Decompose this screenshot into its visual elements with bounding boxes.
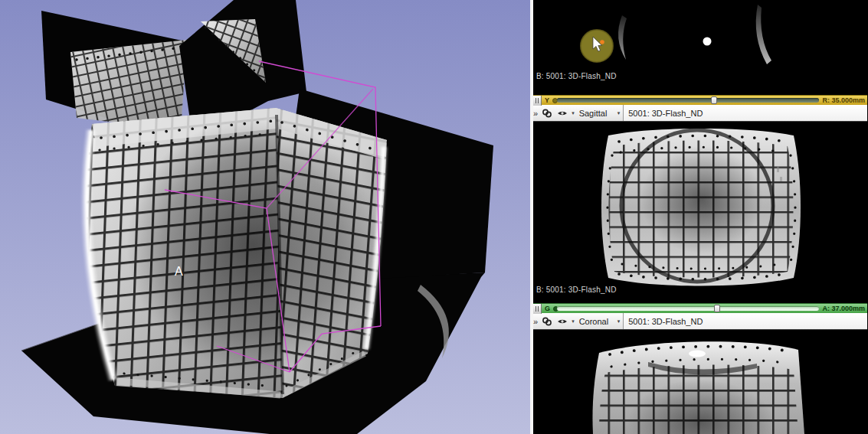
mri-viewer-app: A: [0, 0, 868, 434]
chevron-down-icon[interactable]: ▾: [572, 318, 575, 325]
mouse-cursor-icon: [581, 30, 613, 62]
phantom-coronal: [592, 341, 804, 434]
sagittal-slice-view[interactable]: B: 5001: 3D-Flash_ND: [533, 122, 867, 303]
volume-label-sagittal: B: 5001: 3D-Flash_ND: [536, 286, 617, 294]
slice-panel: B: 5001: 3D-Flash_ND Y R: 35.000mm »: [533, 0, 867, 434]
eye-icon: [557, 318, 568, 325]
sagittal-offset-bar: Y R: 35.000mm: [533, 95, 867, 105]
sagittal-slice-image: [533, 122, 867, 303]
axial-slice-view[interactable]: B: 5001: 3D-Flash_ND: [533, 0, 867, 95]
volume-selector[interactable]: 5001: 3D-Flash_ND: [623, 105, 867, 121]
coronal-slice-image: [533, 330, 867, 434]
volume-selector-value: 5001: 3D-Flash_ND: [628, 317, 703, 326]
slice-offset-slider[interactable]: [557, 98, 819, 103]
view-letter-badge: Y: [545, 96, 549, 106]
eye-icon: [557, 109, 568, 117]
volume-label-axial: B: 5001: 3D-Flash_ND: [536, 72, 617, 80]
orientation-selector[interactable]: Sagittal ▾: [576, 106, 624, 121]
visibility-button[interactable]: [555, 314, 570, 329]
3d-scene: A: [0, 0, 530, 434]
more-options-chevrons-icon[interactable]: »: [533, 314, 538, 329]
3d-view[interactable]: A: [0, 0, 530, 434]
phantom-3d: [87, 108, 387, 398]
grip-icon: [536, 306, 539, 312]
coronal-slice-view[interactable]: [533, 330, 867, 434]
crosshair-dot: [703, 38, 712, 46]
sagittal-toolbar: » ▾ Sagittal ▾ 5001: 3D-Flash_ND: [533, 105, 867, 122]
volume-selector-value: 5001: 3D-Flash_ND: [628, 109, 703, 118]
bar-pin-button[interactable]: [533, 96, 542, 106]
chevron-down-icon[interactable]: ▾: [572, 110, 575, 116]
slice-offset-value: A: 37.000mm: [822, 305, 865, 312]
phantom-sagittal: [601, 129, 801, 286]
link-views-button[interactable]: [539, 314, 555, 329]
more-options-chevrons-icon[interactable]: »: [533, 106, 538, 121]
slider-handle[interactable]: [711, 96, 717, 104]
axial-slice-image: [533, 0, 867, 95]
coronal-offset-bar: G A: 37.000mm: [533, 303, 867, 313]
link-icon: [542, 109, 552, 118]
orientation-selector-value: Sagittal: [579, 109, 611, 118]
bar-pin-button[interactable]: [533, 304, 542, 314]
visibility-button[interactable]: [555, 106, 570, 121]
orientation-marker-a: A: [175, 265, 183, 278]
slice-offset-value: R: 35.000mm: [822, 96, 865, 104]
orientation-selector[interactable]: Coronal ▾: [576, 314, 624, 329]
link-views-button[interactable]: [539, 106, 555, 121]
chevron-down-icon: ▾: [617, 110, 621, 116]
orientation-selector-value: Coronal: [579, 317, 611, 326]
view-letter-badge: G: [545, 304, 550, 314]
slice-offset-slider[interactable]: [557, 306, 819, 311]
slider-handle[interactable]: [714, 305, 720, 312]
grip-icon: [536, 98, 539, 103]
link-icon: [542, 317, 552, 326]
coronal-toolbar: » ▾ Coronal ▾ 5001: 3D-Flash_ND: [533, 313, 867, 330]
chevron-down-icon: ▾: [617, 318, 621, 325]
volume-selector[interactable]: 5001: 3D-Flash_ND: [623, 313, 867, 329]
